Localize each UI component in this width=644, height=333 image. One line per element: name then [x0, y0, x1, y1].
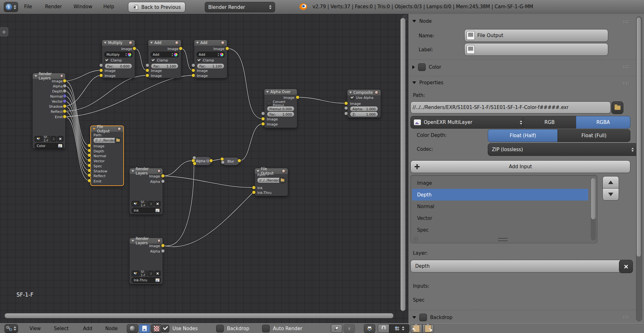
panel-header-backdrop[interactable]: Backdrop	[412, 314, 452, 321]
menu-help[interactable]: Help	[102, 0, 115, 13]
node-header[interactable]: Add	[194, 40, 227, 46]
codec-select[interactable]: ZIP (lossless)	[488, 143, 638, 156]
node-render-layers-3[interactable]: Render Layers Image Alpha SF-1-F 3 Ink-T…	[129, 238, 163, 284]
paste-button[interactable]	[422, 324, 434, 333]
folder-icon[interactable]	[279, 177, 286, 183]
blend-mode-select[interactable]: Add	[151, 52, 176, 57]
socket-input[interactable]	[193, 162, 196, 165]
texture-nodes-toggle[interactable]	[151, 324, 162, 333]
slot-row[interactable]: Image	[412, 177, 588, 189]
socket-input[interactable]	[344, 101, 348, 105]
node-header[interactable]: File Output	[91, 126, 123, 132]
backdrop-enable-checkbox[interactable]	[419, 314, 427, 321]
socket-output[interactable]	[161, 249, 165, 253]
socket-output[interactable]	[179, 47, 183, 50]
file-format-select[interactable]: OpenEXR MultiLayer	[410, 116, 526, 129]
slot-row[interactable]: Spec	[412, 224, 588, 236]
collapse-icon[interactable]	[104, 42, 106, 44]
clear-layer-button[interactable]	[619, 260, 633, 273]
socket-output[interactable]	[63, 115, 67, 118]
clamp-row[interactable]: Clamp	[105, 58, 132, 62]
socket-input[interactable]	[87, 179, 91, 183]
scene-name-field[interactable]: SF-1-F	[140, 271, 147, 276]
scene-name-field[interactable]: SF-1-F	[140, 201, 147, 207]
list-scrollbar[interactable]	[591, 178, 596, 240]
socket-input[interactable]	[191, 74, 195, 77]
socket-output[interactable]	[161, 179, 165, 183]
node-alpha-over[interactable]: Alpha Over Image Convert Premul Premul:0…	[264, 89, 297, 128]
float-half-button[interactable]: Float (Half)	[488, 129, 558, 142]
slot-row[interactable]: Vector	[412, 212, 588, 224]
socket-input[interactable]	[87, 173, 91, 177]
users-count-button[interactable]: 3	[148, 201, 154, 207]
socket-input[interactable]	[191, 68, 195, 72]
editor-type-selector[interactable]	[4, 2, 18, 12]
use-nodes-toggle[interactable]: Use Nodes	[162, 323, 198, 333]
auto-render-checkbox[interactable]	[262, 325, 270, 332]
socket-input[interactable]	[145, 63, 149, 67]
premul-slider[interactable]: Premul:0.000	[267, 106, 294, 112]
convert-premul-row[interactable]: Convert Premul	[267, 101, 294, 106]
node-name-field[interactable]: File Output	[464, 29, 608, 42]
socket-input[interactable]	[261, 112, 265, 115]
socket-output[interactable]	[161, 244, 165, 247]
panel-scrollbar[interactable]	[636, 16, 642, 321]
socket-output[interactable]	[209, 159, 213, 163]
socket-input[interactable]	[145, 74, 149, 77]
socket-output[interactable]	[63, 94, 67, 98]
collapse-icon[interactable]	[257, 170, 259, 172]
socket-input[interactable]	[252, 186, 256, 189]
node-add-1[interactable]: Add Image Add Clamp Fac:1.100 Image Imag…	[148, 40, 181, 78]
menu-view[interactable]: View	[28, 323, 42, 333]
unlink-button[interactable]	[154, 271, 161, 276]
socket-output[interactable]	[63, 89, 67, 93]
panel-grip-icon[interactable]	[623, 82, 629, 85]
z-slider[interactable]: Z:1.000	[350, 112, 378, 117]
horizontal-scrollbar[interactable]	[4, 313, 394, 318]
node-path-field[interactable]: //../../Renders/...	[93, 138, 118, 143]
render-shot-button[interactable]	[364, 324, 375, 333]
socket-input[interactable]	[87, 163, 91, 167]
fac-slider[interactable]: Fac:1.100	[151, 63, 178, 69]
socket-input[interactable]	[344, 106, 348, 110]
clamp-checkbox[interactable]	[197, 58, 201, 62]
socket-input[interactable]	[87, 158, 91, 162]
rgba-button[interactable]: RGBA	[576, 116, 630, 129]
node-file-output-1[interactable]: File Output Path: //../../Renders/... Im…	[90, 125, 124, 186]
snap-element-select[interactable]	[389, 324, 409, 333]
node-add-2[interactable]: Add Image Add Clamp Fac:1.100 Image Imag…	[194, 40, 227, 78]
render-layer-icon-button[interactable]	[57, 143, 63, 149]
rgb-button[interactable]: RGB	[523, 116, 576, 129]
browse-folder-button[interactable]	[611, 101, 623, 114]
panel-header-color[interactable]: Color	[412, 63, 441, 71]
node-header[interactable]: Add	[148, 40, 181, 46]
socket-output[interactable]	[63, 104, 67, 108]
menu-render[interactable]: Render	[44, 0, 63, 13]
panel-collapse-icon[interactable]	[412, 316, 416, 319]
socket-output[interactable]	[63, 79, 67, 83]
alpha-slider[interactable]: Alpha:1.000	[350, 106, 378, 112]
copy-button[interactable]	[411, 324, 422, 333]
clamp-row[interactable]: Clamp	[151, 58, 178, 62]
render-layer-icon-button[interactable]	[154, 208, 161, 213]
auto-render-toggle[interactable]: Auto Render	[262, 323, 302, 333]
color-wheel-icon[interactable]	[126, 52, 132, 57]
menu-window[interactable]: Window	[72, 0, 93, 13]
socket-input[interactable]	[191, 63, 195, 67]
fac-slider[interactable]: Fac:0.600	[105, 63, 132, 69]
menu-add[interactable]: Add	[82, 323, 93, 333]
node-render-layers-2[interactable]: Render Layers Image Alpha SF-1-F 3 Ink	[129, 168, 163, 215]
node-editor-canvas[interactable]: Render Layers Image Alpha Depth Normal V…	[0, 14, 408, 323]
collapse-icon[interactable]	[35, 75, 37, 77]
node-header[interactable]: Render Layers	[130, 168, 163, 174]
node-composite[interactable]: Composite Use Alpha Image Alpha:1.000 Z:…	[347, 89, 381, 118]
slot-row-selected[interactable]: Depth	[412, 189, 588, 201]
node-label-field[interactable]	[464, 43, 608, 56]
scene-icon[interactable]	[35, 136, 43, 142]
socket-input[interactable]	[87, 169, 91, 172]
output-path-field[interactable]: //../../Renders/EXR/S1E01-SF-1-F/S1E01-S…	[410, 101, 611, 113]
scene-icon[interactable]	[132, 201, 140, 207]
back-to-previous-button[interactable]: Back to Previous	[128, 2, 185, 12]
node-header[interactable]: Render Layers	[130, 238, 163, 244]
users-count-button[interactable]: 3	[51, 136, 56, 142]
